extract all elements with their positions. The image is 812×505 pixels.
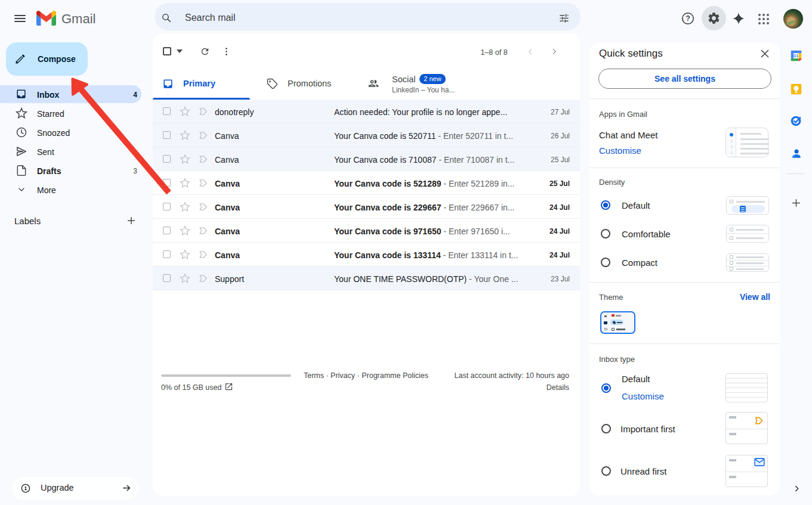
svg-text:?: ? xyxy=(686,14,690,23)
svg-text:1: 1 xyxy=(24,485,27,491)
svg-text:31: 31 xyxy=(794,53,799,58)
